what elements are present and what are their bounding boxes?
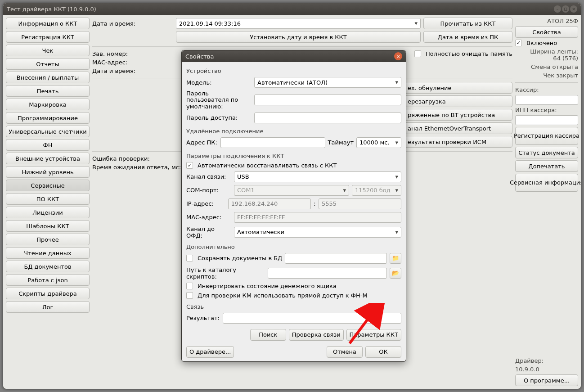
nav-marking[interactable]: Маркировка [6, 99, 90, 110]
group-extra: Дополнительно [186, 243, 401, 250]
checkbox-invert-drawer[interactable] [186, 283, 193, 289]
label-check-error: Ошибка проверки: [92, 155, 173, 162]
nav-json[interactable]: Работа с json [6, 274, 90, 286]
btn-ok[interactable]: ОК [365, 346, 401, 358]
nav-service[interactable]: Сервисные [6, 180, 90, 191]
label-mac-dlg: MAC-адрес: [186, 214, 231, 221]
browse-db-icon[interactable]: 📁 [390, 253, 401, 264]
label-cashier: Кассир: [515, 86, 578, 93]
dialog-close-icon[interactable]: × [394, 52, 402, 60]
label-result: Результат: [186, 315, 220, 321]
minimize-icon[interactable]: – [554, 5, 561, 13]
group-link: Связь [186, 303, 401, 310]
label-scripts-path: Путь к каталогу скриптов: [186, 266, 265, 280]
group-connection: Параметры подключения к ККТ [186, 153, 401, 159]
nav-other[interactable]: Прочее [6, 234, 90, 245]
btn-check-connection[interactable]: Проверка связи [289, 329, 344, 341]
btn-reboot[interactable]: ерезагрузка [404, 95, 512, 107]
label-auto-restore: Автоматически восстанавливать связь с КК… [198, 162, 337, 169]
label-timeout-remote: Таймаут [328, 139, 354, 146]
btn-print-more[interactable]: Допечатать [515, 160, 578, 172]
select-remote-timeout[interactable]: 10000 мс. [356, 137, 401, 148]
checkbox-save-db[interactable] [186, 255, 193, 261]
label-ofd-channel: Канал до ОФД: [186, 225, 231, 239]
nav-programming[interactable]: Программирование [6, 112, 90, 124]
nav-lowlevel[interactable]: Нижний уровень [6, 166, 90, 178]
btn-cancel[interactable]: Отмена [327, 346, 363, 358]
nav-cheque[interactable]: Чек [6, 45, 90, 56]
btn-about-program[interactable]: О программе... [515, 374, 578, 386]
label-timeout: Время ожидания ответа, мс: [92, 164, 187, 171]
input-user-password[interactable] [254, 95, 401, 105]
input-port [319, 198, 401, 209]
checkbox-enabled[interactable]: ✓ [515, 40, 522, 46]
group-remote: Удалённое подключение [186, 128, 401, 135]
checkbox-direct-fnm[interactable] [186, 292, 193, 299]
nav-db-docs[interactable]: БД документов [6, 261, 90, 272]
btn-doc-status[interactable]: Статус документа [515, 147, 578, 158]
label-user-password: Пароль пользователя по умолчанию: [186, 90, 252, 110]
close-icon[interactable]: × [570, 5, 577, 13]
btn-tech-zero[interactable]: ех. обнуление [404, 82, 512, 94]
model-name: АТОЛ 25Ф [515, 18, 578, 24]
label-clear-memory: Полностью очищать память [426, 50, 512, 57]
select-channel[interactable]: USB [234, 171, 401, 182]
nav-fn[interactable]: ФН [6, 139, 90, 151]
nav-licenses[interactable]: Лицензии [6, 207, 90, 218]
select-ofd-channel[interactable]: Автоматически [234, 227, 401, 238]
checkbox-clear-memory[interactable] [414, 50, 421, 57]
nav-counters[interactable]: Универсальные счетчики [6, 126, 90, 137]
btn-bt-devices[interactable]: ряженные по BT устройства [404, 109, 512, 121]
btn-service-info[interactable]: Сервисная информация [515, 174, 578, 192]
btn-datetime-pc[interactable]: Дата и время из ПК [423, 31, 512, 43]
maximize-icon[interactable]: ◻ [562, 5, 569, 13]
nav-info-kkt[interactable]: Информация о ККТ [6, 18, 90, 29]
group-device: Устройство [186, 68, 401, 74]
nav-log[interactable]: Лог [6, 301, 90, 313]
nav-read-data[interactable]: Чтение данных [6, 247, 90, 259]
btn-ism-results[interactable]: езультаты проверки ИСМ [404, 136, 512, 148]
nav-scripts[interactable]: Скрипты драйвера [6, 288, 90, 299]
select-model[interactable]: Автоматически (АТОЛ) [254, 77, 401, 88]
datetime-select[interactable]: 2021.09.14 09:33:16 [176, 18, 421, 29]
label-enabled: Включено [526, 40, 557, 46]
nav-payments[interactable]: Внесения / выплаты [6, 72, 90, 83]
input-inn[interactable] [515, 115, 578, 125]
btn-about-driver[interactable]: О драйвере... [186, 346, 234, 358]
btn-read-kkt[interactable]: Прочитать из ККТ [423, 18, 512, 29]
btn-search[interactable]: Поиск [250, 329, 286, 341]
btn-properties[interactable]: Свойства [515, 26, 578, 38]
properties-dialog: Свойства × Устройство Модель: Автоматиче… [181, 50, 406, 362]
dialog-title: Свойства [185, 53, 214, 60]
nav-firmware[interactable]: ПО ККТ [6, 193, 90, 205]
nav-external[interactable]: Внешние устройства [6, 153, 90, 164]
btn-ethernet[interactable]: анал EthernetOverTransport [404, 122, 512, 134]
label-channel: Канал связи: [186, 173, 231, 180]
label-save-db: Сохранять документы в БД [198, 255, 282, 261]
tape-width: Ширина ленты: 64 (576) [515, 48, 578, 62]
nav-reports[interactable]: Отчеты [6, 58, 90, 70]
select-com-port: COM1 [234, 185, 349, 196]
input-access-password[interactable] [254, 113, 401, 123]
nav-templates[interactable]: Шаблоны ККТ [6, 220, 90, 232]
browse-scripts-icon[interactable]: 📂 [390, 268, 401, 279]
input-db-path[interactable] [285, 253, 387, 264]
input-mac [234, 212, 401, 223]
input-pc-address[interactable] [220, 137, 325, 148]
nav-print[interactable]: Печать [6, 85, 90, 97]
btn-set-datetime[interactable]: Установить дату и время в ККТ [176, 31, 421, 43]
label-datetime: Дата и время: [92, 20, 173, 27]
cheque-status: Чек закрыт [515, 72, 578, 79]
checkbox-auto-restore[interactable]: ✓ [186, 162, 193, 169]
input-scripts-path[interactable] [268, 268, 387, 279]
label-direct-fnm: Для проверки КМ использовать прямой дост… [198, 292, 368, 299]
select-baud: 115200 бод [352, 185, 401, 196]
shift-status: Смена открыта [515, 63, 578, 70]
label-com-port: COM-порт: [186, 187, 231, 194]
btn-kkt-params[interactable]: Параметры ККТ [346, 329, 401, 341]
btn-register-cashier[interactable]: Регистрация кассира [515, 127, 578, 145]
label-pc-address: Адрес ПК: [186, 139, 218, 146]
nav-reg-kkt[interactable]: Регистрация ККТ [6, 31, 90, 43]
input-result[interactable] [223, 313, 401, 324]
input-cashier[interactable] [515, 95, 578, 105]
